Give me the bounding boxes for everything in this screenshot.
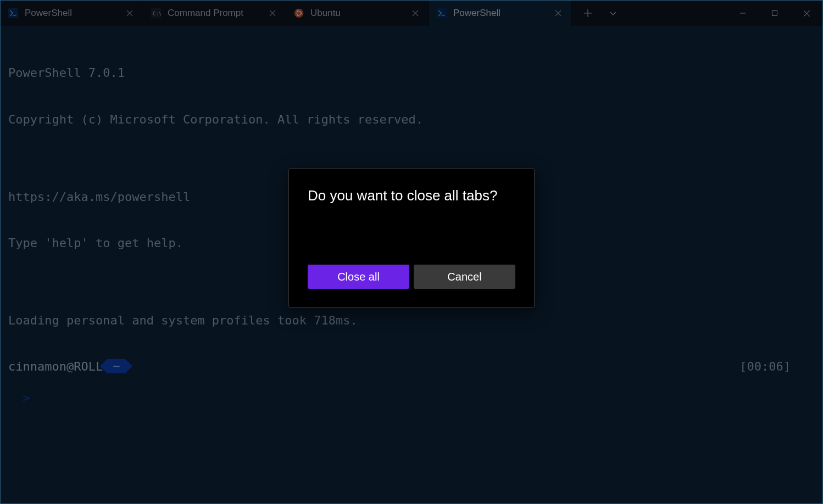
dialog-buttons: Close all Cancel — [308, 265, 515, 289]
tab-close-button[interactable] — [122, 5, 137, 21]
svg-rect-9 — [772, 11, 777, 16]
tab-ubuntu[interactable]: Ubuntu — [286, 1, 429, 26]
tab-powershell-1[interactable]: PowerShell — [429, 1, 572, 26]
titlebar-actions — [575, 1, 626, 26]
close-tabs-dialog: Do you want to close all tabs? Close all… — [288, 168, 535, 308]
tab-close-button[interactable] — [550, 5, 566, 21]
terminal-line: Copyright (c) Microsoft Corporation. All… — [8, 112, 815, 127]
prompt-time: [00:06] — [739, 359, 815, 374]
close-all-button[interactable]: Close all — [308, 265, 409, 289]
titlebar: PowerShell C:\ Command Prompt Ubuntu Pow… — [1, 1, 822, 26]
dialog-title: Do you want to close all tabs? — [308, 187, 515, 204]
prompt-path-segment: ~ — [107, 359, 125, 373]
titlebar-drag-region[interactable] — [626, 1, 727, 26]
ubuntu-icon — [294, 8, 304, 18]
cancel-button[interactable]: Cancel — [414, 265, 515, 289]
cmd-icon: C:\ — [151, 8, 161, 18]
prompt-user: cinnamon@ROLL — [8, 359, 103, 374]
tab-powershell-0[interactable]: PowerShell — [1, 1, 143, 26]
new-tab-button[interactable] — [575, 1, 600, 26]
maximize-button[interactable] — [759, 1, 791, 26]
tab-close-button[interactable] — [265, 5, 280, 21]
minimize-button[interactable] — [727, 1, 759, 26]
tab-label: PowerShell — [25, 8, 115, 19]
terminal-line: PowerShell 7.0.1 — [8, 65, 815, 81]
powershell-icon — [8, 8, 18, 18]
tab-label: Ubuntu — [310, 8, 401, 19]
svg-point-7 — [297, 14, 298, 16]
tab-label: PowerShell — [453, 8, 544, 19]
svg-point-5 — [301, 13, 302, 14]
prompt-path: ~ — [113, 359, 120, 374]
tab-command-prompt[interactable]: C:\ Command Prompt — [143, 1, 286, 26]
tab-close-button[interactable] — [408, 5, 423, 21]
window-controls — [727, 1, 822, 26]
terminal-line: Loading personal and system profiles too… — [8, 313, 815, 328]
prompt-continuation-caret: > — [23, 391, 30, 405]
powershell-icon — [437, 8, 447, 18]
svg-text:C:\: C:\ — [153, 11, 161, 16]
tab-dropdown-button[interactable] — [600, 1, 626, 26]
close-window-button[interactable] — [791, 1, 822, 26]
tab-label: Command Prompt — [168, 8, 258, 19]
svg-point-6 — [297, 10, 298, 12]
